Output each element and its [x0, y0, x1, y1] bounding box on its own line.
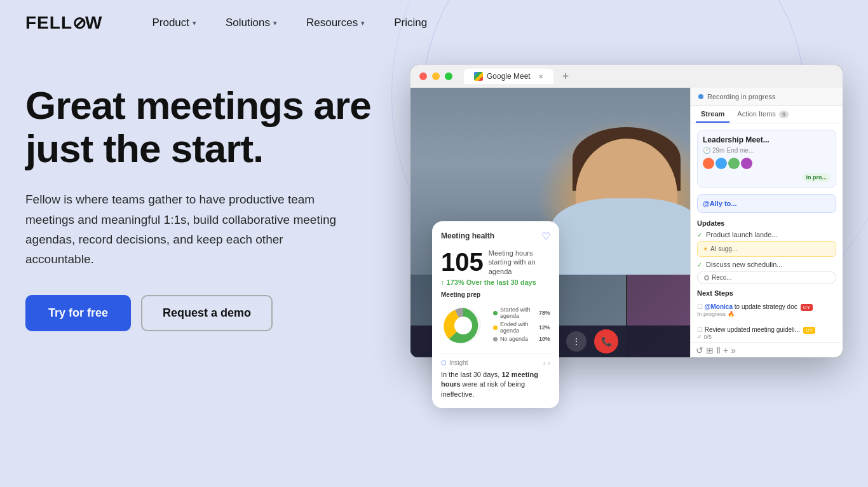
- record-button[interactable]: Reco...: [697, 271, 836, 284]
- update-item-1: ✓ Product launch lande...: [697, 231, 836, 238]
- panel-tabs: Stream Action Items 9: [691, 106, 843, 123]
- legend-label-2: Ended with agenda: [500, 321, 536, 334]
- ai-suggestion: ✦ AI sugg...: [697, 241, 836, 257]
- more-button[interactable]: ⋮: [566, 331, 587, 352]
- insight-nav[interactable]: ‹ ›: [543, 359, 550, 367]
- chart-area: Started with agenda 78% Ended with agend…: [441, 303, 550, 348]
- toolbar-icon-2[interactable]: ⊞: [706, 345, 714, 355]
- browser-minimize-dot[interactable]: [432, 72, 440, 80]
- insight-row: ⬡ Insight ‹ ›: [441, 359, 550, 367]
- new-tab-button[interactable]: +: [562, 70, 569, 83]
- health-top: 105 Meeting hours starting with an agend…: [441, 249, 550, 276]
- legend-item-3: No agenda 10%: [493, 336, 550, 342]
- toolbar-icon-1[interactable]: ↺: [696, 345, 703, 355]
- health-number: 105: [441, 249, 484, 275]
- step-progress-2: ✓ 0/5: [697, 334, 836, 340]
- logo-text: FELL: [25, 13, 72, 33]
- ai-icon: ✦: [703, 245, 708, 252]
- panel-header: Recording in progress: [691, 88, 843, 106]
- avatar: [741, 158, 752, 169]
- meeting-time: 🕐 29m End me...: [703, 147, 754, 154]
- nav-label-product: Product: [152, 17, 189, 29]
- nav-item-solutions[interactable]: Solutions ▾: [214, 11, 288, 34]
- ai-text: AI sugg...: [710, 245, 737, 252]
- toolbar-icon-3[interactable]: Ⅱ: [716, 345, 721, 355]
- nav-item-product[interactable]: Product ▾: [140, 11, 208, 34]
- health-header: Meeting health ♡: [441, 230, 550, 242]
- avatar: [703, 158, 714, 169]
- toolbar-icon-5[interactable]: »: [731, 345, 736, 355]
- nav-label-pricing: Pricing: [394, 17, 427, 29]
- legend-value-3: 10%: [539, 336, 550, 342]
- nav-item-pricing[interactable]: Pricing: [383, 11, 438, 34]
- recording-dot: [698, 94, 703, 99]
- person-shirt: [550, 198, 703, 275]
- record-label: Reco...: [712, 274, 732, 281]
- recording-label: Recording in progress: [707, 93, 776, 100]
- panel-toolbar: ↺ ⊞ Ⅱ + »: [691, 342, 843, 357]
- meeting-avatars: [703, 158, 831, 169]
- google-meet-icon: [474, 72, 483, 81]
- meeting-health-card: Meeting health ♡ 105 Meeting hours start…: [432, 221, 559, 408]
- in-progress-badge: In pro...: [803, 173, 831, 182]
- avatar: [728, 158, 740, 169]
- svg-point-1: [454, 317, 472, 334]
- nav-item-resources[interactable]: Resources ▾: [295, 11, 376, 34]
- update-text-1: Product launch lande...: [706, 231, 778, 238]
- prep-title: Meeting prep: [441, 291, 550, 298]
- chart-legend: Started with agenda 78% Ended with agend…: [493, 306, 550, 344]
- meeting-meta: 🕐 29m End me...: [703, 147, 831, 154]
- toolbar-icon-4[interactable]: +: [723, 345, 728, 355]
- hero-section: Great meetings are just the start. Fello…: [25, 65, 381, 331]
- try-for-free-button[interactable]: Try for free: [25, 295, 131, 331]
- mention-card: @Ally to...: [697, 194, 836, 213]
- tab-close-icon[interactable]: ✕: [538, 73, 543, 80]
- logo-icon: ⊘: [72, 13, 85, 33]
- legend-label-1: Started with agenda: [500, 306, 536, 319]
- record-circle-icon: [704, 275, 709, 280]
- legend-value-2: 12%: [539, 324, 550, 331]
- avatar: [715, 158, 727, 169]
- nav-label-solutions: Solutions: [226, 17, 270, 29]
- health-title: Meeting health: [441, 231, 494, 240]
- tab-action-items[interactable]: Action Items 9: [732, 106, 794, 123]
- browser-maximize-dot[interactable]: [445, 72, 452, 80]
- chevron-down-icon: ▾: [193, 19, 196, 27]
- insight-section: ⬡ Insight ‹ › In the last 30 days, 12 me…: [441, 353, 550, 399]
- next-step-1: ☐ @Monica to update strategy doc OY In p…: [697, 301, 836, 320]
- updates-title: Updates: [697, 219, 836, 227]
- end-call-button[interactable]: 📞: [594, 329, 618, 353]
- nav-menu: Product ▾ Solutions ▾ Resources ▾ Pricin…: [140, 11, 438, 34]
- pie-chart: [441, 303, 485, 348]
- browser-tab[interactable]: Google Meet ✕: [464, 69, 553, 84]
- update-item-2: ✓ Discuss new schedulin...: [697, 261, 836, 268]
- logo[interactable]: FELL ⊘ W: [25, 13, 102, 33]
- hero-description: Fellow is where teams gather to have pro…: [25, 189, 343, 269]
- legend-item-2: Ended with agenda 12%: [493, 321, 550, 334]
- chevron-down-icon: ▾: [361, 19, 365, 27]
- navbar: FELL ⊘ W Product ▾ Solutions ▾ Resources…: [0, 0, 868, 46]
- meeting-card: Leadership Meet... 🕐 29m End me...: [697, 130, 836, 188]
- mention-text: @Ally to...: [703, 200, 737, 207]
- browser-tab-label: Google Meet: [487, 72, 531, 81]
- hero-title: Great meetings are just the start.: [25, 84, 381, 170]
- nav-label-resources: Resources: [306, 17, 358, 29]
- fellow-panel: Recording in progress Stream Action Item…: [690, 88, 843, 357]
- browser-bar: Google Meet ✕ +: [410, 65, 843, 88]
- next-steps-title: Next Steps: [697, 289, 836, 297]
- legend-dot-1: [493, 311, 498, 315]
- legend-value-1: 78%: [539, 310, 550, 316]
- meeting-name: Leadership Meet...: [703, 135, 831, 144]
- browser-close-dot[interactable]: [419, 72, 427, 80]
- cta-buttons: Try for free Request a demo: [25, 295, 381, 331]
- panel-content: Leadership Meet... 🕐 29m End me...: [691, 123, 843, 342]
- legend-item-1: Started with agenda 78%: [493, 306, 550, 319]
- health-growth: ↑ 173% Over the last 30 days: [441, 278, 550, 286]
- hero-visual: Google Meet ✕ +: [407, 65, 843, 459]
- request-demo-button[interactable]: Request a demo: [141, 295, 273, 331]
- next-step-2-text: Review updated meeting guideli...: [705, 326, 800, 333]
- check-icon-2: ✓: [697, 261, 702, 268]
- tab-stream[interactable]: Stream: [696, 106, 729, 123]
- chevron-down-icon: ▾: [273, 19, 277, 27]
- health-icon: ♡: [541, 230, 550, 242]
